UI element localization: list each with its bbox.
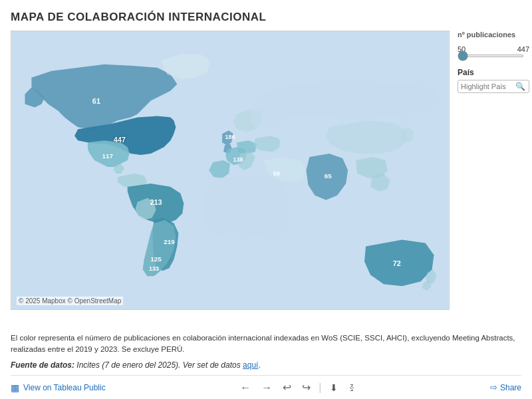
description-text: El color representa el número de publica… bbox=[11, 327, 521, 358]
source-line: Fuente de datos: Incites (7 de enero del… bbox=[11, 358, 521, 375]
share-label: Share bbox=[500, 383, 521, 392]
map-area: 447 61 117 213 219 125 133 186 138 59 bbox=[11, 31, 450, 310]
tableau-label: View on Tableau Public bbox=[23, 383, 106, 392]
sidebar: nº publicaciones 50 447 País 🔍 bbox=[450, 31, 529, 327]
svg-text:186: 186 bbox=[225, 134, 235, 140]
svg-text:61: 61 bbox=[92, 97, 100, 105]
share-button[interactable]: ⇨ Share bbox=[490, 382, 521, 392]
tableau-icon: ▦ bbox=[11, 382, 19, 393]
svg-text:447: 447 bbox=[114, 136, 126, 144]
source-link[interactable]: aquí bbox=[243, 360, 258, 370]
search-icon: 🔍 bbox=[515, 82, 525, 91]
svg-text:133: 133 bbox=[149, 265, 159, 272]
undo-button[interactable]: ← bbox=[237, 380, 253, 395]
map-credits: © 2025 Mapbox © OpenStreetMap bbox=[17, 297, 123, 305]
svg-text:72: 72 bbox=[393, 259, 401, 267]
redo-button[interactable]: → bbox=[259, 380, 275, 395]
pais-label: País bbox=[458, 68, 529, 77]
svg-text:219: 219 bbox=[164, 238, 175, 245]
pais-section: País 🔍 bbox=[458, 68, 529, 93]
pais-search-input[interactable] bbox=[461, 82, 515, 90]
footer-bar: ▦ View on Tableau Public ← → ↩ ↪ | ⬇ ⧰ ⇨… bbox=[11, 375, 521, 399]
publications-slider[interactable] bbox=[458, 55, 524, 57]
svg-text:59: 59 bbox=[273, 170, 280, 177]
publications-label: nº publicaciones bbox=[458, 31, 529, 39]
nav-controls: ← → ↩ ↪ | ⬇ ⧰ bbox=[237, 380, 358, 395]
source-period: . bbox=[258, 360, 260, 370]
share-icon: ⇨ bbox=[490, 382, 497, 392]
source-text: Incites (7 de enero del 2025). Ver set d… bbox=[74, 360, 243, 370]
slider-container: 50 447 bbox=[458, 45, 529, 57]
svg-text:65: 65 bbox=[325, 172, 332, 180]
svg-text:125: 125 bbox=[150, 255, 162, 263]
svg-text:213: 213 bbox=[150, 198, 162, 206]
reset-button[interactable]: ↩ bbox=[280, 380, 294, 395]
svg-text:138: 138 bbox=[233, 156, 243, 163]
page-title: MAPA DE COLABORACIÓN INTERNACIONAL bbox=[11, 11, 521, 24]
download-button[interactable]: ⬇ bbox=[327, 381, 341, 394]
source-label: Fuente de datos: bbox=[11, 360, 74, 370]
forward-button[interactable]: ↪ bbox=[299, 380, 313, 395]
pais-search-box[interactable]: 🔍 bbox=[458, 80, 529, 93]
expand-button[interactable]: ⧰ bbox=[346, 381, 358, 394]
svg-text:117: 117 bbox=[102, 152, 114, 160]
tableau-public-link[interactable]: ▦ View on Tableau Public bbox=[11, 382, 106, 393]
